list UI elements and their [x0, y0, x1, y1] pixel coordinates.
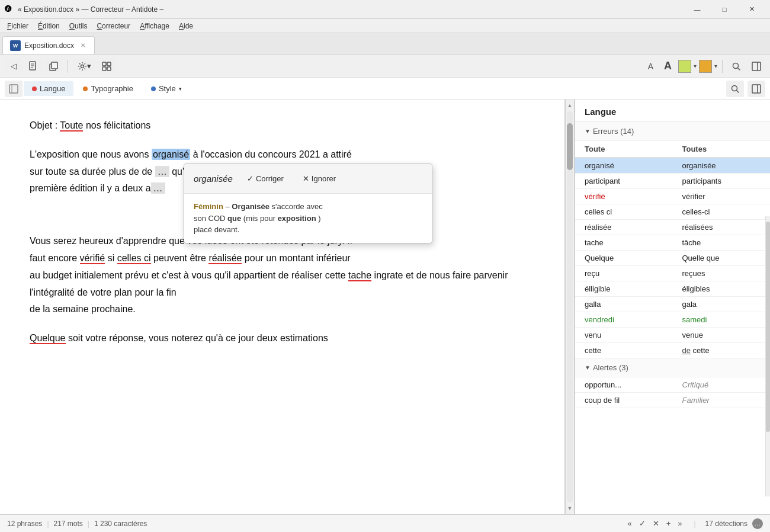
tab-exposition[interactable]: W Exposition.docx ✕ [2, 36, 95, 54]
content-scrollbar[interactable]: ▲ ▼ [565, 100, 575, 514]
typographie-label: Typographie [91, 84, 133, 93]
text-color-dropdown-icon[interactable]: ▾ [714, 63, 717, 69]
right-panel-scroll-thumb [766, 222, 770, 432]
search-button[interactable] [727, 58, 745, 75]
status-detections: 17 détections [705, 520, 747, 528]
para2-end4: de la semaine prochaine. [30, 304, 136, 314]
error-row-10[interactable]: vendredi samedi [575, 312, 770, 328]
menu-fichier[interactable]: Fichier [2, 21, 33, 31]
style-dropdown-icon[interactable]: ▾ [179, 86, 182, 92]
error-cell-toute-0: organisé [575, 158, 673, 173]
tab-style[interactable]: Style ▾ [143, 81, 190, 96]
paragraph-2: Vous serez heureux d'apprendre que vos i… [30, 233, 535, 318]
doc-button[interactable] [25, 58, 43, 75]
nav-check-button[interactable]: ✓ [637, 518, 648, 529]
minimize-button[interactable]: — [684, 0, 711, 19]
errors-chevron: ▼ [585, 128, 591, 134]
tab-langue[interactable]: Langue [24, 81, 73, 96]
font-small-button[interactable]: A [644, 60, 657, 73]
maximize-button[interactable]: □ [711, 0, 738, 19]
scroll-down-arrow[interactable]: ▼ [566, 504, 575, 513]
right-panel-scrollbar[interactable] [765, 216, 770, 496]
nav-cross-button[interactable]: ✕ [650, 518, 662, 529]
toolbar-sep2 [722, 60, 723, 73]
error-row-12[interactable]: cette de cette [575, 343, 770, 358]
menu-correcteur[interactable]: Correcteur [92, 21, 135, 31]
error-row-3[interactable]: celles ci celles‑ci [575, 204, 770, 220]
right-panel-content[interactable]: ▼ Erreurs (14) Toute Toutes organisé org… [575, 122, 770, 514]
errors-section-title: Erreurs (14) [593, 127, 634, 136]
ignore-action[interactable]: ✕ Ignorer [298, 170, 341, 187]
svg-rect-13 [752, 62, 761, 70]
status-sep3: | [694, 520, 695, 528]
subject-label: Objet : [30, 120, 57, 130]
error-cell-toute-12: cette [575, 343, 673, 358]
correction-popup: organisée ✓ Corriger ✕ Ignorer Féminin –… [184, 164, 432, 243]
svg-point-6 [81, 65, 84, 68]
panel-expand-button[interactable] [5, 81, 23, 97]
popup-correction-word: organisée [194, 171, 233, 187]
menu-edition[interactable]: Édition [33, 21, 65, 31]
close-button[interactable]: ✕ [738, 0, 765, 19]
status-more-button[interactable]: … [752, 518, 763, 529]
highlight-color-button[interactable] [678, 60, 691, 73]
error-cell-toutes-7: reçues [673, 266, 771, 281]
window-title: « Exposition.docx » — Correcteur – Antid… [18, 5, 684, 14]
scroll-up-arrow[interactable]: ▲ [566, 101, 575, 110]
menu-affichage[interactable]: Affichage [135, 21, 174, 31]
correct-action[interactable]: ✓ Corriger [242, 170, 288, 187]
error-row-1[interactable]: participant participants [575, 174, 770, 189]
alert-row-0[interactable]: opportun... Critiqué [575, 377, 770, 393]
subject-rest: nos félicitations [86, 120, 150, 130]
document-content[interactable]: Objet : Toute nos félicitations L'exposi… [0, 100, 565, 514]
menu-outils[interactable]: Outils [65, 21, 92, 31]
error-cell-toutes-3: celles‑ci [673, 204, 771, 219]
error-row-8[interactable]: élligible éligibles [575, 281, 770, 297]
error-row-5[interactable]: tache tâche [575, 235, 770, 251]
error-cell-toute-7: reçu [575, 266, 673, 281]
error-cell-toute-9: galla [575, 297, 673, 312]
error-row-0[interactable]: organisé organisée [575, 158, 770, 174]
main-area: Objet : Toute nos félicitations L'exposi… [0, 100, 770, 514]
panel-toggle-button[interactable] [747, 58, 765, 75]
layout-button[interactable] [98, 58, 116, 75]
tab-close-button[interactable]: ✕ [79, 41, 87, 49]
back-button[interactable]: ◁ [5, 58, 23, 75]
svg-line-18 [737, 90, 739, 92]
nav-add-button[interactable]: + [664, 518, 673, 529]
status-sep1: | [47, 520, 49, 528]
sub-panel-button[interactable] [747, 81, 765, 97]
errors-section-header[interactable]: ▼ Erreurs (14) [575, 122, 770, 141]
para1-line3: première édition il y a deux a [30, 183, 151, 193]
title-bar: 🅐 « Exposition.docx » — Correcteur – Ant… [0, 0, 770, 19]
error-cell-toute-6: Quelque [575, 251, 673, 265]
col-toutes: Toutes [673, 141, 771, 157]
error-row-11[interactable]: venu venue [575, 328, 770, 343]
copy-button[interactable] [45, 58, 63, 75]
error-row-2[interactable]: vérifié vérifier [575, 189, 770, 204]
error-cell-toutes-2: vérifier [673, 189, 771, 204]
subject-word-toute: Toute [60, 120, 83, 132]
status-bar: 12 phrases | 217 mots | 1 230 caractères… [0, 514, 770, 532]
settings-button[interactable]: ▾ [73, 58, 95, 75]
alerts-section-header[interactable]: ▼ Alertes (3) [575, 358, 770, 377]
sub-search-button[interactable] [726, 81, 744, 97]
error-row-7[interactable]: reçu reçues [575, 266, 770, 281]
nav-last-button[interactable]: » [675, 518, 684, 529]
error-row-6[interactable]: Quelque Quelle que [575, 251, 770, 266]
text-color-button[interactable] [699, 60, 712, 73]
status-words: 217 mots [54, 520, 83, 528]
error-row-9[interactable]: galla gala [575, 297, 770, 312]
para1-after: à l'occasion du concours 2021 a attiré [190, 149, 352, 159]
para1-line2: sur toute sa durée plus de de [30, 166, 155, 177]
tab-typographie[interactable]: Typographie [75, 81, 142, 96]
para2-realisee: réalisée [208, 253, 242, 264]
right-panel: Langue ▼ Erreurs (14) Toute Toutes organ… [575, 100, 770, 514]
nav-first-button[interactable]: « [625, 518, 634, 529]
color-dropdown-icon[interactable]: ▾ [694, 63, 697, 69]
alert-row-1[interactable]: coup de fil Familier [575, 393, 770, 408]
menu-aide[interactable]: Aide [174, 21, 198, 31]
error-row-4[interactable]: réalisée réalisées [575, 220, 770, 235]
font-large-button[interactable]: A [660, 58, 676, 74]
scroll-track[interactable] [567, 111, 573, 502]
